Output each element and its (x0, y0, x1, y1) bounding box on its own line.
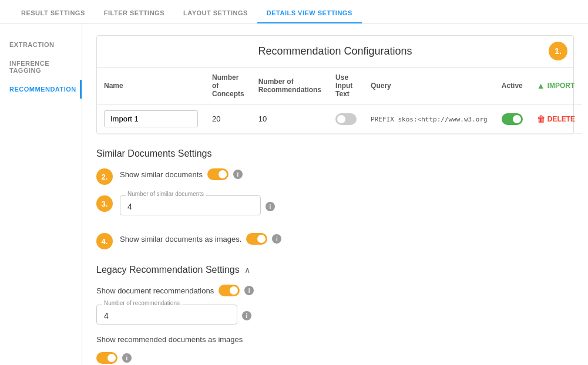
tab-result-settings[interactable]: RESULT SETTINGS (12, 4, 95, 23)
row-use-input-text (328, 104, 364, 134)
similar-docs-settings: Similar Documents Settings 2. Show simil… (96, 148, 574, 253)
import-icon: ▲ (537, 81, 545, 90)
col-name: Name (97, 67, 205, 104)
toggle-slider (335, 113, 357, 125)
show-rec-as-images-slider (96, 352, 117, 364)
sidebar-item-extraction[interactable]: EXTRACTION (0, 35, 82, 54)
delete-label: DELETE (547, 115, 575, 123)
num-recs-input-wrapper: Number of recommendations (96, 305, 237, 325)
query-text: PREFIX skos:<http://www.w3.org (371, 116, 488, 123)
col-import[interactable]: ▲ IMPORT (530, 67, 582, 104)
collapse-chevron-icon[interactable]: ∧ (244, 265, 250, 275)
show-as-images-slider (246, 233, 267, 245)
show-rec-as-images-toggle[interactable] (96, 352, 117, 364)
col-num-recs: Number ofRecommendations (251, 67, 328, 104)
show-doc-recs-slider (219, 285, 240, 296)
col-query: Query (364, 67, 495, 104)
show-rec-as-images-info-icon[interactable]: i (122, 353, 132, 363)
show-rec-images-toggle-row: i (96, 352, 574, 364)
legacy-rec-title: Legacy Recommendation Settings ∧ (96, 265, 574, 275)
import-label: IMPORT (547, 82, 575, 90)
delete-button[interactable]: 🗑 DELETE (537, 114, 575, 124)
active-toggle-slider (502, 113, 523, 125)
show-as-images-label: Show similar documents as images. (120, 235, 241, 244)
step-badge-2: 2. (96, 168, 113, 185)
similar-docs-title: Similar Documents Settings (96, 148, 574, 159)
legacy-rec-settings: Legacy Recommendation Settings ∧ Show do… (96, 265, 574, 364)
show-doc-recs-label: Show document recommendations (96, 286, 214, 295)
rec-config-table: Name Number ofConcepts Number ofRecommen… (97, 67, 582, 134)
col-num-concepts: Number ofConcepts (205, 67, 251, 104)
tab-layout-settings[interactable]: LAYOUT SETTINGS (174, 4, 257, 23)
num-similar-content: Number of similar documents i (120, 195, 574, 226)
show-as-images-toggle[interactable] (246, 233, 267, 245)
rec-config-container: Recommendation Configurations 1. Name Nu… (96, 35, 574, 134)
content-area: Recommendation Configurations 1. Name Nu… (82, 23, 588, 365)
row-active (495, 104, 530, 134)
show-similar-slider (207, 168, 229, 180)
row-name-cell (97, 104, 205, 134)
row-num-concepts: 20 (205, 104, 251, 134)
sidebar-item-inference-tagging[interactable]: INFERENCE TAGGING (0, 54, 82, 80)
show-similar-info-icon[interactable]: i (233, 170, 243, 179)
num-recs-info-icon[interactable]: i (242, 311, 251, 320)
num-similar-input[interactable] (120, 195, 261, 215)
show-rec-as-images-setting: Show recommended documents as images (96, 335, 574, 344)
top-nav: RESULT SETTINGS FILTER SETTINGS LAYOUT S… (0, 0, 588, 23)
step-badge-1: 1. (549, 42, 567, 60)
show-similar-setting: Show similar documents i (120, 168, 574, 180)
num-similar-row: 3. Number of similar documents i (96, 195, 574, 226)
step-badge-3: 3. (96, 195, 113, 212)
show-similar-row: 2. Show similar documents i (96, 168, 574, 188)
show-doc-recs-setting: Show document recommendations i (96, 285, 574, 296)
import-button[interactable]: ▲ IMPORT (537, 81, 575, 90)
show-as-images-setting: Show similar documents as images. i (120, 233, 574, 245)
row-delete-cell: 🗑 DELETE (530, 104, 582, 134)
use-input-text-toggle[interactable] (335, 113, 357, 125)
active-toggle[interactable] (502, 113, 523, 125)
show-as-images-row: 4. Show similar documents as images. i (96, 233, 574, 253)
show-as-images-content: Show similar documents as images. i (120, 233, 574, 253)
similar-docs-title-text: Similar Documents Settings (96, 148, 212, 159)
row-name-input[interactable] (104, 110, 198, 127)
delete-icon: 🗑 (537, 114, 545, 124)
show-similar-toggle[interactable] (207, 168, 229, 180)
col-active: Active (495, 67, 530, 104)
num-similar-info-icon[interactable]: i (266, 202, 275, 211)
num-recs-input[interactable] (96, 305, 237, 325)
num-similar-label: Number of similar documents (126, 191, 206, 197)
col-use-input-text: Use InputText (328, 67, 364, 104)
show-doc-recs-toggle[interactable] (219, 285, 240, 296)
num-similar-input-wrapper: Number of similar documents (120, 195, 261, 215)
table-row: 20 10 PREFIX skos:<http://www.w3.org (97, 104, 582, 134)
rec-config-title: Recommendation Configurations (97, 36, 573, 67)
legacy-rec-title-text: Legacy Recommendation Settings (96, 265, 240, 275)
main-layout: EXTRACTION INFERENCE TAGGING RECOMMENDAT… (0, 23, 588, 365)
row-query: PREFIX skos:<http://www.w3.org (364, 104, 495, 134)
sidebar-item-recommendation[interactable]: RECOMMENDATION (0, 80, 82, 99)
row-num-recs: 10 (251, 104, 328, 134)
show-as-images-info-icon[interactable]: i (272, 234, 281, 244)
tab-details-view-settings[interactable]: DETAILS VIEW SETTINGS (257, 4, 362, 23)
tab-filter-settings[interactable]: FILTER SETTINGS (95, 4, 174, 23)
show-similar-label: Show similar documents (120, 170, 203, 179)
show-rec-as-images-label: Show recommended documents as images (96, 335, 243, 344)
num-recs-label: Number of recommendations (102, 300, 182, 306)
show-similar-content: Show similar documents i (120, 168, 574, 188)
show-doc-recs-info-icon[interactable]: i (244, 286, 254, 295)
step-badge-4: 4. (96, 233, 113, 249)
sidebar: EXTRACTION INFERENCE TAGGING RECOMMENDAT… (0, 23, 82, 365)
